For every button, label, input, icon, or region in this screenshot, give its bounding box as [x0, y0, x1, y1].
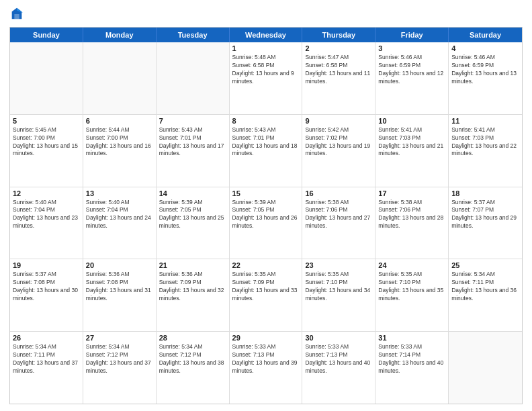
- calendar-week-row: 5Sunrise: 5:45 AM Sunset: 7:00 PM Daylig…: [10, 115, 522, 187]
- cell-sun-info: Sunrise: 5:33 AM Sunset: 7:14 PM Dayligh…: [378, 343, 445, 375]
- weekday-header: Wednesday: [230, 28, 303, 42]
- calendar-cell: 25Sunrise: 5:34 AM Sunset: 7:11 PM Dayli…: [449, 259, 522, 331]
- day-number: 12: [13, 189, 80, 197]
- day-number: 9: [305, 117, 372, 125]
- cell-sun-info: Sunrise: 5:35 AM Sunset: 7:10 PM Dayligh…: [305, 271, 372, 303]
- header: [9, 7, 523, 21]
- cell-sun-info: Sunrise: 5:48 AM Sunset: 6:58 PM Dayligh…: [232, 54, 300, 86]
- day-number: 4: [451, 44, 519, 52]
- cell-sun-info: Sunrise: 5:36 AM Sunset: 7:09 PM Dayligh…: [159, 271, 226, 303]
- calendar-cell: 26Sunrise: 5:34 AM Sunset: 7:11 PM Dayli…: [10, 332, 83, 404]
- calendar-cell: 31Sunrise: 5:33 AM Sunset: 7:14 PM Dayli…: [375, 332, 449, 404]
- day-number: 6: [86, 117, 153, 125]
- calendar-cell: [157, 42, 230, 114]
- day-number: 13: [86, 189, 153, 197]
- cell-sun-info: Sunrise: 5:37 AM Sunset: 7:08 PM Dayligh…: [13, 271, 80, 303]
- day-number: 18: [451, 189, 519, 197]
- day-number: 26: [13, 334, 80, 342]
- day-number: 23: [305, 261, 372, 269]
- cell-sun-info: Sunrise: 5:43 AM Sunset: 7:01 PM Dayligh…: [159, 126, 226, 158]
- calendar-week-row: 19Sunrise: 5:37 AM Sunset: 7:08 PM Dayli…: [10, 259, 522, 332]
- calendar-cell: [83, 42, 157, 114]
- day-number: 27: [86, 334, 153, 342]
- day-number: 25: [451, 261, 519, 269]
- page: SundayMondayTuesdayWednesdayThursdayFrid…: [0, 0, 532, 411]
- calendar-cell: 15Sunrise: 5:39 AM Sunset: 7:05 PM Dayli…: [230, 187, 303, 259]
- day-number: 16: [305, 189, 372, 197]
- calendar-week-row: 26Sunrise: 5:34 AM Sunset: 7:11 PM Dayli…: [10, 332, 522, 404]
- calendar-cell: 13Sunrise: 5:40 AM Sunset: 7:04 PM Dayli…: [83, 187, 157, 259]
- cell-sun-info: Sunrise: 5:34 AM Sunset: 7:11 PM Dayligh…: [13, 343, 80, 375]
- cell-sun-info: Sunrise: 5:35 AM Sunset: 7:09 PM Dayligh…: [232, 271, 300, 303]
- day-number: 10: [378, 117, 445, 125]
- day-number: 5: [13, 117, 80, 125]
- calendar-cell: [10, 42, 83, 114]
- calendar-cell: 27Sunrise: 5:34 AM Sunset: 7:12 PM Dayli…: [83, 332, 157, 404]
- calendar-cell: 29Sunrise: 5:33 AM Sunset: 7:13 PM Dayli…: [230, 332, 303, 404]
- cell-sun-info: Sunrise: 5:41 AM Sunset: 7:03 PM Dayligh…: [378, 126, 445, 158]
- cell-sun-info: Sunrise: 5:38 AM Sunset: 7:06 PM Dayligh…: [305, 199, 372, 231]
- weekday-header: Tuesday: [157, 28, 230, 42]
- cell-sun-info: Sunrise: 5:34 AM Sunset: 7:12 PM Dayligh…: [86, 343, 153, 375]
- calendar-header: SundayMondayTuesdayWednesdayThursdayFrid…: [10, 28, 522, 42]
- cell-sun-info: Sunrise: 5:37 AM Sunset: 7:07 PM Dayligh…: [451, 199, 519, 231]
- calendar: SundayMondayTuesdayWednesdayThursdayFrid…: [9, 27, 523, 404]
- cell-sun-info: Sunrise: 5:33 AM Sunset: 7:13 PM Dayligh…: [305, 343, 372, 375]
- calendar-cell: 22Sunrise: 5:35 AM Sunset: 7:09 PM Dayli…: [230, 259, 303, 331]
- calendar-cell: [449, 332, 522, 404]
- logo: [9, 7, 26, 21]
- calendar-week-row: 12Sunrise: 5:40 AM Sunset: 7:04 PM Dayli…: [10, 187, 522, 260]
- weekday-header: Thursday: [302, 28, 375, 42]
- calendar-cell: 6Sunrise: 5:44 AM Sunset: 7:00 PM Daylig…: [83, 115, 157, 187]
- logo-icon: [9, 7, 24, 21]
- day-number: 19: [13, 261, 80, 269]
- cell-sun-info: Sunrise: 5:40 AM Sunset: 7:04 PM Dayligh…: [13, 199, 80, 231]
- weekday-header: Monday: [83, 28, 157, 42]
- weekday-header: Saturday: [449, 28, 522, 42]
- calendar-cell: 21Sunrise: 5:36 AM Sunset: 7:09 PM Dayli…: [157, 259, 230, 331]
- calendar-cell: 18Sunrise: 5:37 AM Sunset: 7:07 PM Dayli…: [449, 187, 522, 259]
- calendar-cell: 24Sunrise: 5:35 AM Sunset: 7:10 PM Dayli…: [375, 259, 449, 331]
- calendar-cell: 4Sunrise: 5:46 AM Sunset: 6:59 PM Daylig…: [449, 42, 522, 114]
- calendar-cell: 19Sunrise: 5:37 AM Sunset: 7:08 PM Dayli…: [10, 259, 83, 331]
- cell-sun-info: Sunrise: 5:34 AM Sunset: 7:11 PM Dayligh…: [451, 271, 519, 303]
- svg-rect-2: [14, 14, 19, 19]
- cell-sun-info: Sunrise: 5:39 AM Sunset: 7:05 PM Dayligh…: [159, 199, 226, 231]
- calendar-cell: 1Sunrise: 5:48 AM Sunset: 6:58 PM Daylig…: [230, 42, 303, 114]
- cell-sun-info: Sunrise: 5:33 AM Sunset: 7:13 PM Dayligh…: [232, 343, 300, 375]
- day-number: 28: [159, 334, 226, 342]
- calendar-cell: 9Sunrise: 5:42 AM Sunset: 7:02 PM Daylig…: [302, 115, 375, 187]
- cell-sun-info: Sunrise: 5:46 AM Sunset: 6:59 PM Dayligh…: [451, 54, 519, 86]
- cell-sun-info: Sunrise: 5:36 AM Sunset: 7:08 PM Dayligh…: [86, 271, 153, 303]
- calendar-cell: 14Sunrise: 5:39 AM Sunset: 7:05 PM Dayli…: [157, 187, 230, 259]
- day-number: 22: [232, 261, 300, 269]
- cell-sun-info: Sunrise: 5:43 AM Sunset: 7:01 PM Dayligh…: [232, 126, 300, 158]
- calendar-week-row: 1Sunrise: 5:48 AM Sunset: 6:58 PM Daylig…: [10, 42, 522, 115]
- cell-sun-info: Sunrise: 5:40 AM Sunset: 7:04 PM Dayligh…: [86, 199, 153, 231]
- calendar-cell: 8Sunrise: 5:43 AM Sunset: 7:01 PM Daylig…: [230, 115, 303, 187]
- calendar-cell: 17Sunrise: 5:38 AM Sunset: 7:06 PM Dayli…: [375, 187, 449, 259]
- cell-sun-info: Sunrise: 5:39 AM Sunset: 7:05 PM Dayligh…: [232, 199, 300, 231]
- weekday-header: Sunday: [10, 28, 83, 42]
- calendar-cell: 16Sunrise: 5:38 AM Sunset: 7:06 PM Dayli…: [302, 187, 375, 259]
- cell-sun-info: Sunrise: 5:42 AM Sunset: 7:02 PM Dayligh…: [305, 126, 372, 158]
- calendar-cell: 20Sunrise: 5:36 AM Sunset: 7:08 PM Dayli…: [83, 259, 157, 331]
- day-number: 29: [232, 334, 300, 342]
- day-number: 14: [159, 189, 226, 197]
- calendar-body: 1Sunrise: 5:48 AM Sunset: 6:58 PM Daylig…: [10, 42, 522, 404]
- cell-sun-info: Sunrise: 5:44 AM Sunset: 7:00 PM Dayligh…: [86, 126, 153, 158]
- day-number: 1: [232, 44, 300, 52]
- cell-sun-info: Sunrise: 5:38 AM Sunset: 7:06 PM Dayligh…: [378, 199, 445, 231]
- day-number: 24: [378, 261, 445, 269]
- day-number: 2: [305, 44, 372, 52]
- day-number: 8: [232, 117, 300, 125]
- calendar-cell: 23Sunrise: 5:35 AM Sunset: 7:10 PM Dayli…: [302, 259, 375, 331]
- day-number: 31: [378, 334, 445, 342]
- day-number: 7: [159, 117, 226, 125]
- day-number: 3: [378, 44, 445, 52]
- cell-sun-info: Sunrise: 5:45 AM Sunset: 7:00 PM Dayligh…: [13, 126, 80, 158]
- calendar-cell: 30Sunrise: 5:33 AM Sunset: 7:13 PM Dayli…: [302, 332, 375, 404]
- calendar-cell: 3Sunrise: 5:46 AM Sunset: 6:59 PM Daylig…: [375, 42, 449, 114]
- weekday-header: Friday: [375, 28, 449, 42]
- calendar-cell: 2Sunrise: 5:47 AM Sunset: 6:58 PM Daylig…: [302, 42, 375, 114]
